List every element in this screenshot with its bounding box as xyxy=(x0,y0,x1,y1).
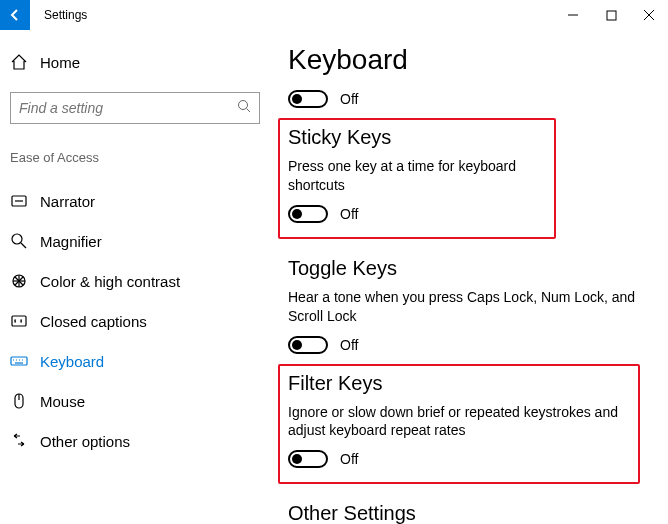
sidebar-item-label: Closed captions xyxy=(40,313,147,330)
sidebar-item-label: Mouse xyxy=(40,393,85,410)
toggle-keys-desc: Hear a tone when you press Caps Lock, Nu… xyxy=(288,288,638,326)
sidebar-item-label: Other options xyxy=(40,433,130,450)
sidebar-item-label: Keyboard xyxy=(40,353,104,370)
sidebar-item-color-contrast[interactable]: Color & high contrast xyxy=(0,261,270,301)
sticky-keys-toggle-state: Off xyxy=(340,206,358,222)
other-settings-heading: Other Settings xyxy=(288,502,658,524)
sticky-keys-highlight: Sticky Keys Press one key at a time for … xyxy=(278,118,556,239)
svg-point-8 xyxy=(12,234,22,244)
closed-captions-icon xyxy=(10,312,28,330)
sidebar-nav-list: Narrator Magnifier Color & high contrast… xyxy=(0,181,270,461)
close-icon xyxy=(643,9,655,21)
content-area: Home Ease of Access Narrator Magnifier C… xyxy=(0,30,668,524)
maximize-button[interactable] xyxy=(592,0,630,30)
svg-rect-16 xyxy=(11,357,27,365)
titlebar-spacer xyxy=(87,0,554,30)
filter-keys-highlight: Filter Keys Ignore or slow down brief or… xyxy=(278,364,640,485)
main-panel: Keyboard Off Sticky Keys Press one key a… xyxy=(270,30,668,524)
filter-keys-desc: Ignore or slow down brief or repeated ke… xyxy=(288,403,630,441)
mouse-icon xyxy=(10,392,28,410)
sidebar-item-magnifier[interactable]: Magnifier xyxy=(0,221,270,261)
sticky-keys-desc: Press one key at a time for keyboard sho… xyxy=(288,157,546,195)
filter-keys-toggle-row: Off xyxy=(288,450,630,468)
svg-line-5 xyxy=(247,109,251,113)
svg-rect-1 xyxy=(607,11,616,20)
keyboard-main-toggle[interactable] xyxy=(288,90,328,108)
minimize-button[interactable] xyxy=(554,0,592,30)
window-title: Settings xyxy=(30,0,87,30)
toggle-keys-toggle-row: Off xyxy=(288,336,648,354)
keyboard-main-toggle-row: Off xyxy=(288,90,658,108)
sidebar-item-narrator[interactable]: Narrator xyxy=(0,181,270,221)
maximize-icon xyxy=(606,10,617,21)
sticky-keys-toggle[interactable] xyxy=(288,205,328,223)
magnifier-icon xyxy=(10,232,28,250)
toggle-keys-group: Toggle Keys Hear a tone when you press C… xyxy=(288,257,648,354)
sidebar-item-label: Magnifier xyxy=(40,233,102,250)
sidebar-item-label: Narrator xyxy=(40,193,95,210)
toggle-keys-toggle[interactable] xyxy=(288,336,328,354)
filter-keys-toggle-state: Off xyxy=(340,451,358,467)
sidebar-item-closed-captions[interactable]: Closed captions xyxy=(0,301,270,341)
back-button[interactable] xyxy=(0,0,30,30)
sticky-keys-toggle-row: Off xyxy=(288,205,546,223)
sidebar-item-other-options[interactable]: Other options xyxy=(0,421,270,461)
svg-rect-15 xyxy=(12,316,26,326)
filter-keys-heading: Filter Keys xyxy=(288,372,630,395)
sidebar-item-mouse[interactable]: Mouse xyxy=(0,381,270,421)
close-button[interactable] xyxy=(630,0,668,30)
sidebar-item-label: Color & high contrast xyxy=(40,273,180,290)
svg-line-9 xyxy=(21,243,26,248)
home-icon xyxy=(10,53,28,71)
toggle-keys-toggle-state: Off xyxy=(340,337,358,353)
sidebar: Home Ease of Access Narrator Magnifier C… xyxy=(0,30,270,524)
sidebar-item-keyboard[interactable]: Keyboard xyxy=(0,341,270,381)
sidebar-section-header: Ease of Access xyxy=(0,150,270,165)
title-bar: Settings xyxy=(0,0,668,30)
sidebar-home[interactable]: Home xyxy=(0,42,270,82)
sidebar-home-label: Home xyxy=(40,54,80,71)
svg-point-4 xyxy=(239,101,248,110)
filter-keys-toggle[interactable] xyxy=(288,450,328,468)
search-icon xyxy=(237,99,251,117)
contrast-icon xyxy=(10,272,28,290)
minimize-icon xyxy=(567,9,579,21)
sticky-keys-heading: Sticky Keys xyxy=(288,126,546,149)
page-title: Keyboard xyxy=(288,44,658,76)
search-input[interactable] xyxy=(19,100,237,116)
other-options-icon xyxy=(10,432,28,450)
search-box[interactable] xyxy=(10,92,260,124)
toggle-keys-heading: Toggle Keys xyxy=(288,257,648,280)
keyboard-icon xyxy=(10,352,28,370)
arrow-left-icon xyxy=(7,7,23,23)
keyboard-main-toggle-state: Off xyxy=(340,91,358,107)
narrator-icon xyxy=(10,192,28,210)
